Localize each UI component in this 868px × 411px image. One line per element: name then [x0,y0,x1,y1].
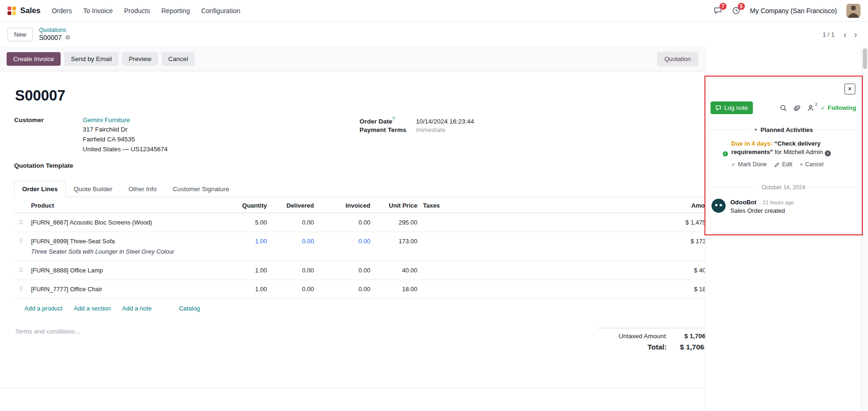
column-amount[interactable]: Amount [481,197,705,213]
column-quantity[interactable]: Quantity [227,197,270,213]
table-row[interactable]: ⠿ [FURN_8999] Three-Seat Sofa Three Seat… [14,232,705,261]
odoo-sales-app: { "icons": { "gear": "⚙", "prev": "‹", "… [0,0,868,411]
chatter-close-button[interactable]: × [845,84,855,94]
add-a-section-link[interactable]: Add a section [74,305,111,312]
menu-configuration[interactable]: Configuration [195,0,246,22]
terms-and-conditions-field[interactable]: Terms and conditions... [15,328,80,335]
add-a-product-link[interactable]: Add a product [24,305,63,312]
menu-products[interactable]: Products [118,0,156,22]
tab-quote-builder[interactable]: Quote Builder [66,181,121,197]
cell-delivered[interactable]: 0.00 [270,261,317,279]
planned-activities-toggle[interactable]: ▼ Planned Activities [754,126,813,133]
cell-unit-price[interactable]: 18.00 [373,279,420,298]
add-a-note-link[interactable]: Add a note [122,305,152,312]
fields-right-column: Order Date? 10/14/2024 16:23:44 Payment … [360,116,474,171]
column-product[interactable]: Product [28,197,227,213]
create-invoice-button[interactable]: Create Invoice [7,52,61,66]
stage-quotation-badge[interactable]: Quotation [657,52,698,66]
info-icon[interactable]: i [825,150,831,156]
sheet-footer: Terms and conditions... Untaxed Amount: … [14,328,705,355]
menu-to-invoice[interactable]: To Invoice [78,0,118,22]
order-lines-table: Product Quantity Delivered Invoiced Unit… [14,197,705,298]
column-unit-price[interactable]: Unit Price [373,197,420,213]
log-note-button[interactable]: Log note [711,101,753,114]
user-avatar[interactable] [846,4,860,18]
messages-button[interactable]: 7 [713,6,722,15]
new-button[interactable]: New [8,28,33,41]
tab-customer-signature[interactable]: Customer Signature [164,181,237,197]
cell-product[interactable]: [FURN_8888] Office Lamp [28,261,227,279]
menu-reporting[interactable]: Reporting [156,0,195,22]
app-title[interactable]: Sales [20,6,40,15]
tab-order-lines[interactable]: Order Lines [14,181,66,197]
odoobot-avatar [712,199,726,213]
menu-orders[interactable]: Orders [46,0,78,22]
order-date-field[interactable]: 10/14/2024 16:23:44 [416,118,474,125]
preview-button[interactable]: Preview [122,52,158,66]
following-toggle[interactable]: ✓ Following [821,104,856,111]
breadcrumb-quotations-link[interactable]: Quotations [39,27,70,33]
tab-other-info[interactable]: Other Info [120,181,164,197]
cell-taxes[interactable] [420,261,481,279]
search-messages-button[interactable] [780,104,787,112]
cell-unit-price[interactable]: 173.00 [373,232,420,261]
cell-amount: $ 18.00 [481,279,705,298]
activities-button[interactable]: 5 [732,6,741,15]
fields-left-column: Customer Gemini Furniture 317 Fairchild … [14,116,360,171]
cell-product[interactable]: [FURN_7777] Office Chair [28,279,227,298]
column-invoiced[interactable]: Invoiced [317,197,373,213]
table-row[interactable]: ⠿ [FURN_8888] Office Lamp 1.00 0.00 0.00… [14,261,705,279]
cell-unit-price[interactable]: 295.00 [373,213,420,232]
record-title: S00007 [15,87,705,104]
address-line: United States — US12345674 [83,145,360,155]
cancel-button[interactable]: Cancel [162,52,195,66]
cell-invoiced[interactable]: 0.00 [317,232,373,261]
cell-taxes[interactable] [420,213,481,232]
cell-delivered[interactable]: 0.00 [270,279,317,298]
cell-invoiced[interactable]: 0.00 [317,261,373,279]
cell-taxes[interactable] [420,279,481,298]
cell-quantity[interactable]: 1.00 [227,261,270,279]
cell-invoiced[interactable]: 0.00 [317,213,373,232]
note-icon [715,105,721,111]
payment-terms-field[interactable]: Immediate [416,126,446,133]
cancel-activity-button[interactable]: × Cancel [800,161,823,169]
chatter-toolbar: Log note 2 ✓ Following [711,101,856,114]
followers-button[interactable]: 2 [807,104,814,112]
table-row[interactable]: ⠿ [FURN_7777] Office Chair 1.00 0.00 0.0… [14,279,705,298]
cell-invoiced[interactable]: 0.00 [317,279,373,298]
cell-quantity[interactable]: 5.00 [227,213,270,232]
pager-next-button[interactable]: › [851,30,860,39]
cell-delivered[interactable]: 0.00 [270,232,317,261]
followers-person-icon [807,104,814,112]
scrollbar-thumb[interactable] [863,48,867,69]
followers-count: 2 [815,102,817,107]
cell-unit-price[interactable]: 40.00 [373,261,420,279]
table-row[interactable]: ⠿ [FURN_6667] Acoustic Bloc Screens (Woo… [14,213,705,232]
column-taxes[interactable]: Taxes [420,197,481,213]
edit-activity-button[interactable]: Edit [774,161,792,169]
gear-icon[interactable]: ⚙ [65,34,70,41]
cell-product[interactable]: [FURN_8999] Three-Seat Sofa Three Seater… [28,232,227,261]
cell-amount: $ 173.00 [481,232,705,261]
cell-quantity[interactable]: 1.00 [227,279,270,298]
pager-previous-button[interactable]: ‹ [840,30,850,39]
customer-link[interactable]: Gemini Furniture [83,116,130,124]
drag-handle-icon[interactable]: ⠿ [14,213,28,232]
drag-handle-icon[interactable]: ⠿ [14,279,28,298]
cell-quantity[interactable]: 1.00 [227,232,270,261]
drag-handle-icon[interactable]: ⠿ [14,232,28,261]
apps-menu-icon[interactable] [8,7,16,15]
attach-files-button[interactable] [793,104,801,112]
column-delivered[interactable]: Delivered [270,197,317,213]
send-by-email-button[interactable]: Send by Email [64,52,118,66]
cell-taxes[interactable] [420,232,481,261]
company-switcher[interactable]: My Company (San Francisco) [750,7,837,15]
cell-product[interactable]: [FURN_6667] Acoustic Bloc Screens (Wood) [28,213,227,232]
pager-count[interactable]: 1 / 1 [822,31,834,38]
activity-assignee: for Mitchell Admin [775,148,823,155]
catalog-link[interactable]: Catalog [179,305,200,312]
cell-delivered[interactable]: 0.00 [270,213,317,232]
drag-handle-icon[interactable]: ⠿ [14,261,28,279]
mark-done-button[interactable]: ✓ Mark Done [731,161,766,169]
